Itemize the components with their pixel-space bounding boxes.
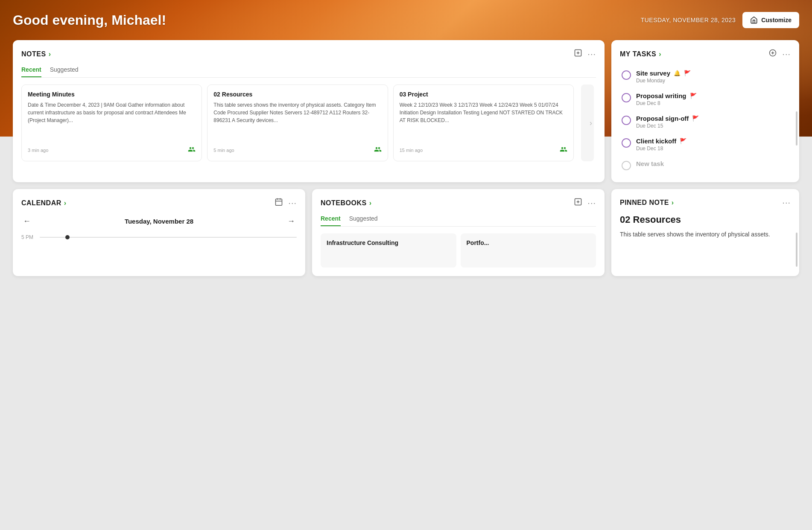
task-item-3: Proposal sign-off 🚩 Due Dec 15	[620, 111, 791, 132]
task-checkbox-3[interactable]	[622, 116, 631, 125]
notebook-card-1[interactable]: Infrastructure Consulting	[321, 233, 456, 268]
calendar-timeline-dot	[65, 235, 70, 239]
notebook-card-2[interactable]: Portfo...	[461, 233, 596, 268]
task-checkbox-2[interactable]	[622, 93, 631, 102]
pinned-note-chevron-icon: ›	[672, 199, 674, 207]
task-item-5: New task	[620, 157, 791, 174]
task-checkbox-1[interactable]	[622, 70, 631, 80]
task-name-3: Proposal sign-off	[636, 115, 689, 122]
task-name-row-2: Proposal writing 🚩	[636, 92, 789, 99]
header-right: TUESDAY, NOVEMBER 28, 2023 Customize	[641, 12, 799, 28]
pinned-note-actions: ···	[782, 198, 791, 207]
task-due-3: Due Dec 15	[636, 123, 789, 129]
notes-menu-icon[interactable]: ···	[587, 49, 596, 59]
calendar-title[interactable]: CALENDAR ›	[21, 199, 67, 207]
note-card-1[interactable]: Meeting Minutes Date & Time December 4, …	[21, 84, 202, 161]
task-item-1: Site survey 🔔 🚩 Due Monday	[620, 66, 791, 87]
scrollbar	[796, 111, 797, 146]
task-info-5: New task	[636, 160, 789, 167]
notes-widget: NOTES › ··· Recent Suggested	[13, 40, 605, 182]
notebooks-actions: ···	[574, 198, 596, 208]
notebooks-grid: Infrastructure Consulting Portfo...	[321, 233, 596, 268]
note-avatar-3	[560, 146, 567, 155]
task-due-4: Due Dec 18	[636, 146, 789, 151]
notebook-name-1: Infrastructure Consulting	[327, 239, 450, 246]
task-name-2: Proposal writing	[636, 92, 686, 99]
pinned-note-menu-icon[interactable]: ···	[782, 198, 791, 207]
task-info-1: Site survey 🔔 🚩 Due Monday	[636, 70, 789, 84]
tasks-widget: MY TASKS › ···	[611, 40, 799, 182]
calendar-prev-button[interactable]: ←	[21, 215, 32, 227]
tasks-title[interactable]: MY TASKS ›	[620, 50, 661, 58]
tasks-list: Site survey 🔔 🚩 Due Monday Proposal writ…	[620, 66, 791, 174]
notes-header: NOTES › ···	[21, 49, 596, 59]
note-title-3: 03 Project	[400, 91, 567, 98]
note-footer-1: 3 min ago	[28, 146, 196, 155]
task-checkbox-5[interactable]	[622, 161, 631, 170]
task-item-2: Proposal writing 🚩 Due Dec 8	[620, 89, 791, 110]
pinned-note-title[interactable]: PINNED NOTE ›	[620, 199, 674, 207]
flag-icon-4: 🚩	[680, 138, 686, 144]
tab-recent-notebooks[interactable]: Recent	[321, 215, 341, 226]
notes-grid: Meeting Minutes Date & Time December 4, …	[21, 84, 596, 161]
notebooks-widget: NOTEBOOKS › ··· Recent Sugges	[312, 189, 605, 276]
calendar-next-button[interactable]: →	[286, 215, 297, 227]
add-task-icon[interactable]	[768, 49, 777, 59]
note-content-1: Date & Time December 4, 2023 | 9AM Goal …	[28, 101, 196, 124]
calendar-menu-icon[interactable]: ···	[288, 198, 297, 208]
flag-icon-2: 🚩	[690, 93, 697, 99]
note-avatar-2	[374, 146, 382, 155]
notebook-name-2: Portfo...	[467, 239, 590, 246]
note-card-3[interactable]: 03 Project Week 2 12/10/23 Week 3 12/17/…	[393, 84, 574, 161]
notebooks-title[interactable]: NOTEBOOKS ›	[321, 199, 371, 207]
calendar-header: CALENDAR › ···	[21, 198, 297, 208]
calendar-icon[interactable]	[275, 198, 283, 208]
task-checkbox-4[interactable]	[622, 138, 631, 148]
pinned-note-widget: PINNED NOTE › ··· 02 Resources This tabl…	[611, 189, 799, 276]
note-time-3: 15 min ago	[400, 148, 423, 153]
calendar-widget: CALENDAR › ··· ←	[13, 189, 305, 276]
task-name-row-3: Proposal sign-off 🚩	[636, 115, 789, 122]
task-name-row-4: Client kickoff 🚩	[636, 137, 789, 145]
task-due-1: Due Monday	[636, 78, 789, 84]
task-info-2: Proposal writing 🚩 Due Dec 8	[636, 92, 789, 106]
customize-button[interactable]: Customize	[742, 12, 799, 28]
add-note-icon[interactable]	[574, 49, 582, 59]
page-header: Good evening, Michael! TUESDAY, NOVEMBER…	[13, 9, 799, 28]
notebooks-chevron-icon: ›	[369, 199, 372, 207]
svg-rect-6	[276, 199, 282, 205]
pinned-note-note-title: 02 Resources	[620, 214, 791, 225]
note-time-2: 5 min ago	[213, 148, 234, 153]
tasks-chevron-icon: ›	[659, 50, 661, 58]
calendar-timeline-bar	[40, 237, 297, 238]
pinned-note-scrollbar	[796, 233, 797, 267]
tasks-actions: ···	[768, 49, 791, 59]
notes-tabs: Recent Suggested	[21, 66, 596, 78]
note-title-1: Meeting Minutes	[28, 91, 196, 98]
calendar-nav: ← Tuesday, November 28 →	[21, 215, 297, 227]
notes-overflow[interactable]: ›	[579, 84, 596, 161]
task-name-4: Client kickoff	[636, 137, 676, 145]
bell-icon-1: 🔔	[674, 70, 681, 76]
note-footer-2: 5 min ago	[213, 146, 381, 155]
tasks-menu-icon[interactable]: ···	[782, 49, 791, 59]
note-content-2: This table serves shows the inventory of…	[213, 101, 381, 124]
notes-title[interactable]: NOTES ›	[21, 50, 51, 58]
task-info-3: Proposal sign-off 🚩 Due Dec 15	[636, 115, 789, 129]
tab-suggested-notes[interactable]: Suggested	[50, 66, 79, 77]
calendar-date: Tuesday, November 28	[38, 218, 280, 225]
calendar-time-label: 5 PM	[21, 234, 36, 240]
note-footer-3: 15 min ago	[400, 146, 567, 155]
note-card-2[interactable]: 02 Resources This table serves shows the…	[207, 84, 388, 161]
flag-icon-1: 🚩	[684, 70, 691, 76]
task-name-row-5: New task	[636, 160, 789, 167]
task-name-row-1: Site survey 🔔 🚩	[636, 70, 789, 77]
notebooks-menu-icon[interactable]: ···	[587, 198, 596, 208]
tab-recent-notes[interactable]: Recent	[21, 66, 41, 77]
note-time-1: 3 min ago	[28, 148, 48, 153]
notebooks-header: NOTEBOOKS › ···	[321, 198, 596, 208]
add-notebook-icon[interactable]	[574, 198, 582, 208]
notes-actions: ···	[574, 49, 596, 59]
calendar-chevron-icon: ›	[64, 199, 67, 207]
tab-suggested-notebooks[interactable]: Suggested	[349, 215, 378, 226]
